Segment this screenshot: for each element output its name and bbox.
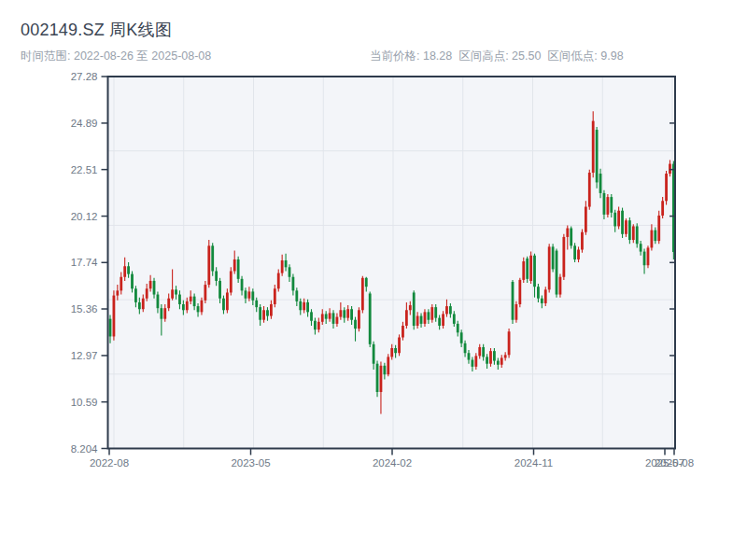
candle-body — [482, 347, 485, 357]
candle-body — [120, 277, 122, 291]
candle-body — [533, 256, 536, 287]
candle-body — [222, 299, 225, 311]
candle-body — [420, 316, 423, 324]
candle-body — [596, 130, 599, 182]
candle-body — [157, 295, 160, 309]
candle-body — [178, 295, 181, 304]
candle-body — [346, 309, 349, 317]
candle-body — [669, 164, 671, 174]
candle-body — [621, 211, 624, 234]
candle-body — [512, 282, 514, 320]
candle-body — [329, 313, 331, 318]
candle-body — [500, 357, 503, 364]
candle-body — [193, 297, 196, 306]
candle-body — [472, 360, 474, 367]
candle-body — [661, 201, 664, 216]
candle-body — [585, 207, 587, 232]
candle-body — [321, 314, 324, 321]
candle-body — [138, 302, 141, 309]
candle-body — [241, 279, 244, 291]
candle-body — [163, 308, 166, 318]
candle-body — [617, 211, 620, 227]
candle-body — [237, 259, 240, 279]
candle-body — [504, 355, 507, 357]
candle-body — [230, 271, 233, 292]
candle-body — [113, 296, 116, 337]
candle-body — [518, 280, 521, 304]
candle-body — [416, 316, 419, 326]
candle-body — [274, 288, 276, 304]
candle-body — [277, 273, 280, 289]
candle-body — [247, 291, 250, 298]
price-stats: 当前价格: 18.28 区间高点: 25.50 区间低点: 9.98 — [370, 49, 624, 64]
candle-body — [464, 343, 467, 353]
candle-body — [131, 274, 134, 289]
candle-body — [285, 260, 288, 267]
candle-body — [562, 237, 565, 277]
candle-body — [427, 312, 430, 319]
candle-body — [424, 312, 427, 324]
candle-body — [262, 310, 265, 319]
candle-body — [233, 259, 236, 272]
y-tick-label: 22.51 — [51, 164, 98, 175]
candle-body — [295, 290, 298, 301]
x-tick-label: 2022-08 — [81, 457, 137, 469]
candle-body — [559, 277, 562, 295]
candle-body — [606, 197, 609, 215]
candle-body — [354, 320, 357, 329]
candle-body — [116, 290, 119, 295]
candle-body — [182, 304, 185, 310]
candle-body — [149, 281, 152, 288]
candle-body — [167, 299, 170, 308]
candle-body — [581, 232, 584, 250]
candle-body — [204, 285, 206, 301]
candle-body — [171, 289, 174, 298]
candle-body — [610, 197, 613, 213]
candle-body — [109, 319, 112, 337]
candle-body — [548, 246, 551, 289]
candle-body — [625, 220, 627, 234]
candle-body — [508, 331, 511, 355]
candle-body — [529, 256, 532, 281]
candle-body — [654, 231, 656, 241]
candle-body — [383, 366, 386, 374]
candle-body — [526, 259, 529, 279]
candle-body — [332, 313, 335, 323]
candle-body — [259, 307, 261, 320]
candle-body — [566, 229, 569, 237]
candle-body — [153, 281, 156, 295]
kline-plot — [0, 0, 747, 560]
candle-body — [292, 277, 295, 291]
candle-body — [632, 226, 635, 240]
candle-body — [603, 193, 606, 215]
candle-body — [556, 251, 558, 295]
candle-body — [299, 301, 302, 310]
candle-body — [127, 266, 130, 273]
x-tick-label: 2024-11 — [506, 457, 562, 469]
candle-body — [438, 318, 441, 326]
candle-body — [640, 244, 642, 251]
candle-body — [251, 291, 254, 300]
y-tick-label: 20.12 — [51, 211, 98, 222]
candle-body — [398, 338, 401, 354]
candle-body — [474, 356, 477, 366]
candle-body — [218, 281, 221, 299]
candle-body — [361, 278, 364, 310]
candle-body — [380, 366, 383, 392]
candle-body — [493, 351, 496, 360]
candle-body — [570, 229, 572, 246]
candle-body — [197, 306, 200, 312]
candle-body — [336, 317, 339, 324]
candle-body — [160, 308, 162, 318]
y-tick-label: 17.74 — [51, 257, 98, 268]
candle-body — [325, 314, 328, 318]
candle-body — [281, 260, 284, 273]
candle-body — [190, 297, 192, 301]
candle-body — [201, 301, 204, 313]
kline-chart-panel — [0, 0, 747, 560]
candle-body — [123, 266, 126, 276]
candle-body — [369, 294, 372, 344]
candle-body — [402, 326, 404, 338]
candle-body — [413, 292, 416, 326]
candle-body — [245, 290, 247, 298]
